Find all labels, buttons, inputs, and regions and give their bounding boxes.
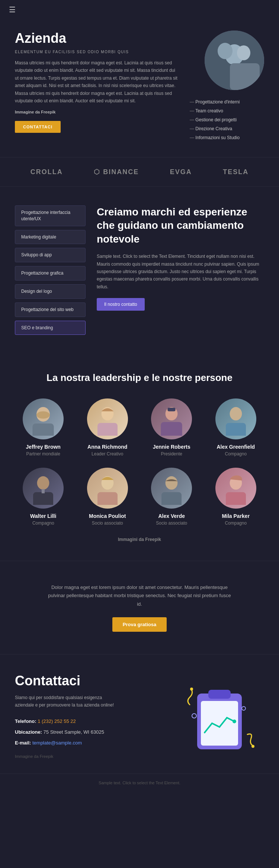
service-btn-marketing[interactable]: Marketing digitale	[15, 230, 86, 244]
member-role-alex-v: Socio associato	[143, 521, 200, 526]
member-name-alex-v: Alex Verde	[143, 513, 200, 519]
svg-point-22	[166, 476, 178, 490]
svg-rect-25	[226, 492, 246, 505]
avatar-monica	[87, 468, 128, 509]
hero-section: Azienda ELEMENTUM EU FACILISIS SED ODIO …	[0, 19, 279, 157]
member-role-jennie: Presidente	[143, 451, 200, 457]
svg-point-30	[190, 688, 193, 691]
hero-image	[205, 31, 264, 90]
svg-rect-21	[97, 492, 118, 505]
brand-evga: EVGA	[170, 168, 192, 176]
member-name-anna: Anna Richmond	[79, 444, 136, 450]
contact-details: Telefono: 1 (232) 252 55 22 Ubicazione: …	[15, 716, 164, 748]
svg-point-9	[36, 411, 50, 419]
services-body: Sample text. Click to select the Text El…	[97, 253, 264, 291]
service-btn-app[interactable]: Sviluppo di app	[15, 248, 86, 262]
footer-text: Sample text. Click to select the Text El…	[15, 781, 264, 785]
svg-point-15	[230, 407, 242, 420]
contact-credit: Immagine da Freepik	[15, 754, 164, 759]
hero-credit: Immagine da Freepik	[15, 110, 179, 114]
contact-body: Siamo qui per soddisfare qualsiasi esige…	[15, 694, 119, 709]
svg-rect-8	[33, 424, 54, 436]
avatar-jennie	[151, 398, 192, 439]
brand-binance: ⬡ BINANCE	[94, 168, 139, 176]
hero-list: Progettazione d'interni Team creativo Ge…	[190, 97, 240, 142]
list-item: Progettazione d'interni	[190, 97, 240, 106]
hero-title: Azienda	[15, 31, 179, 46]
svg-point-3	[237, 45, 250, 60]
services-heading: Creiamo marchi ed esperienze che guidano…	[97, 205, 264, 246]
member-role-anna: Leader Creativo	[79, 451, 136, 457]
footer: Sample text. Click to select the Text El…	[0, 773, 279, 792]
svg-point-17	[37, 476, 49, 490]
list-item: Informazioni su Studio	[190, 133, 240, 142]
service-btn-ui[interactable]: Progettazione interfaccia utente/UX	[15, 205, 86, 226]
cta-section: Dolor magna eget est lorem ipsum dolor s…	[0, 561, 279, 654]
team-member-alex-g: Alex Greenfield Compagno	[208, 398, 264, 457]
member-role-monica: Socio associato	[79, 521, 136, 526]
team-member-monica: Monica Pouliot Socio associato	[79, 468, 136, 526]
brand-crolla: CROLLA	[31, 168, 63, 176]
avatar-mila	[215, 468, 256, 509]
member-name-jeffrey: Jeffrey Brown	[15, 444, 72, 450]
member-role-mila: Compagno	[208, 521, 264, 526]
contact-button[interactable]: CONTATTACI	[15, 121, 61, 133]
services-section: Progettazione interfaccia utente/UX Mark…	[0, 187, 279, 353]
brands-section: CROLLA ⬡ BINANCE EVGA TESLA	[0, 157, 279, 187]
service-btn-grafica[interactable]: Progettazione grafica	[15, 266, 86, 281]
service-btn-web[interactable]: Progettazione del sito web	[15, 302, 86, 317]
list-item: Team creativo	[190, 106, 240, 115]
list-item: Gestione dei progetti	[190, 115, 240, 124]
hero-content: Azienda ELEMENTUM EU FACILISIS SED ODIO …	[15, 31, 179, 142]
svg-rect-13	[161, 422, 182, 436]
cta-body: Dolor magna eget est lorem ipsum dolor s…	[46, 583, 232, 608]
contact-phone: Telefono: 1 (232) 252 55 22	[15, 716, 164, 727]
member-role-jeffrey: Partner mondiale	[15, 451, 72, 457]
hero-visual: Progettazione d'interni Team creativo Ge…	[190, 31, 264, 142]
contact-title: Contattaci	[15, 673, 164, 689]
avatar-alex-g	[215, 398, 256, 439]
service-btn-logo[interactable]: Design del logo	[15, 284, 86, 299]
list-item: Direzione Creativa	[190, 124, 240, 133]
avatar-anna	[87, 398, 128, 439]
hamburger-icon[interactable]: ☰	[9, 5, 16, 14]
contact-email: E-mail: template@sample.com	[15, 738, 164, 749]
team-member-alex-v: Alex Verde Socio associato	[143, 468, 200, 526]
svg-rect-11	[97, 423, 118, 436]
member-name-monica: Monica Pouliot	[79, 513, 136, 519]
svg-point-2	[218, 43, 232, 59]
avatar-walter	[23, 468, 64, 509]
services-contact-button[interactable]: Il nostro contatto	[97, 298, 145, 311]
team-member-anna: Anna Richmond Leader Creativo	[79, 398, 136, 457]
svg-point-29	[232, 720, 236, 723]
member-name-walter: Walter Lilli	[15, 513, 72, 519]
contact-section: Contattaci Siamo qui per soddisfare qual…	[0, 654, 279, 774]
navigation: ☰	[0, 0, 279, 19]
svg-point-33	[242, 707, 246, 710]
svg-rect-23	[161, 492, 182, 505]
svg-rect-19	[42, 489, 45, 493]
member-name-alex-g: Alex Greenfield	[208, 444, 264, 450]
team-member-mila: Mila Parker Compagno	[208, 468, 264, 526]
leadership-title: La nostra leadership e le nostre persone	[15, 372, 264, 384]
services-menu: Progettazione interfaccia utente/UX Mark…	[15, 205, 86, 335]
service-btn-seo[interactable]: SEO e branding	[15, 321, 86, 335]
team-member-jennie: Jennie Roberts Presidente	[143, 398, 200, 457]
services-content: Creiamo marchi ed esperienze che guidano…	[97, 205, 264, 335]
team-member-walter: Walter Lilli Compagno	[15, 468, 72, 526]
svg-rect-18	[33, 492, 53, 505]
svg-rect-14	[168, 408, 176, 411]
hero-subtitle: ELEMENTUM EU FACILISIS SED ODIO MORBI QU…	[15, 50, 179, 54]
hero-body: Massa ultricies mi quis hendrerit dolor …	[15, 59, 179, 105]
member-name-jennie: Jennie Roberts	[143, 444, 200, 450]
contact-address: Ubicazione: 75 Street Sample, WI 63025	[15, 727, 164, 738]
svg-rect-16	[226, 423, 246, 436]
svg-rect-28	[208, 690, 231, 699]
member-name-mila: Mila Parker	[208, 513, 264, 519]
svg-point-32	[192, 714, 196, 718]
team-member-jeffrey: Jeffrey Brown Partner mondiale	[15, 398, 72, 457]
member-role-walter: Compagno	[15, 521, 72, 526]
contact-illustration	[175, 673, 264, 759]
svg-rect-27	[201, 701, 238, 746]
cta-button[interactable]: Prova gratiosa	[112, 617, 167, 632]
